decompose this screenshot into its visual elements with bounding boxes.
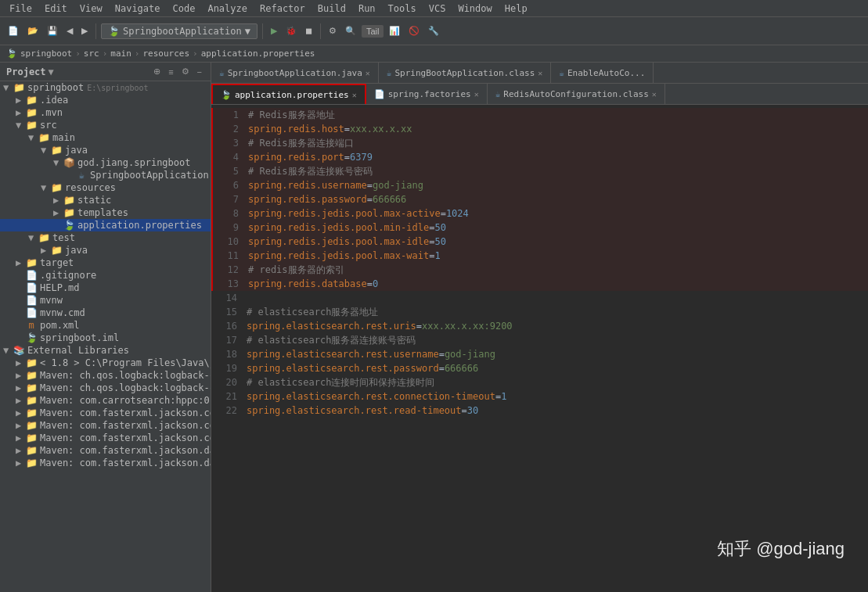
line-content[interactable]: spring.redis.username=god-jiang <box>248 178 868 192</box>
project-selector[interactable]: 🍃 SpringbootApplication ▼ <box>101 23 258 39</box>
tree-item-lib7[interactable]: ▶ 📁 Maven: com.fasterxml.jackson.datafor… <box>0 444 211 457</box>
panel-collapse-btn[interactable]: ≡ <box>166 66 175 77</box>
menu-help[interactable]: Help <box>499 2 534 16</box>
tree-item-helpmd[interactable]: ▶ 📄 HELP.md <box>0 282 211 294</box>
tree-item-lib5[interactable]: ▶ 📁 Maven: com.fasterxml.jackson.core:ja… <box>0 419 211 432</box>
tree-item-extlib[interactable]: ▼ 📚 External Libraries <box>0 344 211 357</box>
line-content[interactable]: spring.elasticsearch.rest.username=god-j… <box>247 347 868 361</box>
tab-close-5[interactable]: ✕ <box>474 90 479 99</box>
breadcrumb-resources[interactable]: resources <box>142 48 189 59</box>
line-content[interactable]: # elasticsearch服务器地址 <box>247 305 868 319</box>
tree-item-resources[interactable]: ▼ 📁 resources <box>0 181 211 194</box>
menu-code[interactable]: Code <box>167 2 202 16</box>
line-content[interactable] <box>247 291 868 305</box>
line-content[interactable]: spring.redis.jedis.pool.min-idle=50 <box>248 221 868 235</box>
tab-springbootapp-java[interactable]: ☕ SpringbootApplication.java ✕ <box>211 63 379 83</box>
back-btn[interactable]: ◀ <box>63 23 76 38</box>
panel-close-btn[interactable]: − <box>195 66 204 77</box>
tree-item-appprops[interactable]: ▶ 🍃 application.properties <box>0 219 211 231</box>
tree-item-root[interactable]: ▼ 📁 springboot E:\springboot <box>0 81 211 94</box>
extra-btn3[interactable]: 🔧 <box>425 23 442 38</box>
line-content[interactable]: spring.elasticsearch.rest.uris=xxx.xx.x.… <box>247 319 868 333</box>
tab-springfactories[interactable]: 📄 spring.factories ✕ <box>366 84 488 104</box>
tail-btn[interactable]: Tail <box>362 25 384 38</box>
tree-item-idea[interactable]: ▶ 📁 .idea <box>0 94 211 106</box>
tree-item-springbootapp[interactable]: ▶ ☕ SpringbootApplication <box>0 169 211 181</box>
save-btn[interactable]: 💾 <box>44 23 61 38</box>
breadcrumb-src[interactable]: src <box>84 48 99 59</box>
menu-tools[interactable]: Tools <box>382 2 423 16</box>
tree-item-godjiang[interactable]: ▼ 📦 god.jiang.springboot <box>0 156 211 169</box>
breadcrumb-springboot[interactable]: springboot <box>20 48 72 59</box>
tree-item-mvn[interactable]: ▶ 📁 .mvn <box>0 106 211 119</box>
debug-btn[interactable]: 🐞 <box>283 23 300 38</box>
tree-item-lib1[interactable]: ▶ 📁 Maven: ch.qos.logback:logback-classi… <box>0 369 211 382</box>
line-content[interactable]: spring.redis.port=6379 <box>248 150 868 164</box>
menu-analyze[interactable]: Analyze <box>201 2 254 16</box>
tab-close-2[interactable]: ✕ <box>538 69 542 77</box>
tab-close-1[interactable]: ✕ <box>366 69 370 77</box>
line-content[interactable]: spring.redis.host=xxx.xx.x.xx <box>248 122 868 136</box>
menu-refactor[interactable]: Refactor <box>254 2 312 16</box>
tab-appprops[interactable]: 🍃 application.properties ✕ <box>211 84 366 104</box>
settings-btn[interactable]: ⚙ <box>326 23 340 38</box>
line-content[interactable]: spring.elasticsearch.rest.connection-tim… <box>247 389 868 404</box>
tree-item-target[interactable]: ▶ 📁 target <box>0 257 211 269</box>
panel-gear-btn[interactable]: ⚙ <box>179 66 192 77</box>
line-content[interactable]: # Redis服务器地址 <box>248 108 868 122</box>
line-content[interactable]: # Redis服务器连接账号密码 <box>248 164 868 178</box>
extra-btn2[interactable]: 🚫 <box>405 23 423 38</box>
run-stop-btn[interactable]: ◼ <box>302 23 315 38</box>
tree-item-pomxml[interactable]: ▶ m pom.xml <box>0 319 211 332</box>
search-btn[interactable]: 🔍 <box>342 23 359 38</box>
extra-btn1[interactable]: 📊 <box>386 23 403 38</box>
tree-item-java[interactable]: ▼ 📁 java <box>0 144 211 156</box>
line-content[interactable]: # Redis服务器连接端口 <box>248 136 868 150</box>
tree-item-mvnwcmd[interactable]: ▶ 📄 mvnw.cmd <box>0 307 211 319</box>
line-content[interactable]: spring.redis.jedis.pool.max-wait=1 <box>248 249 868 263</box>
line-content[interactable]: spring.elasticsearch.rest.password=66666… <box>247 361 868 375</box>
tab-redisautoconfig[interactable]: ☕ RedisAutoConfiguration.class ✕ <box>488 84 665 104</box>
tree-item-lib8[interactable]: ▶ 📁 Maven: com.fasterxml.jackson.datafor… <box>0 457 211 469</box>
tree-item-mvnw[interactable]: ▶ 📄 mvnw <box>0 294 211 307</box>
menu-run[interactable]: Run <box>352 2 382 16</box>
tab-close-6[interactable]: ✕ <box>652 90 657 99</box>
tree-item-lib6[interactable]: ▶ 📁 Maven: com.fasterxml.jackson.core:ja… <box>0 432 211 444</box>
forward-btn[interactable]: ▶ <box>78 23 91 38</box>
menu-window[interactable]: Window <box>452 2 498 16</box>
menu-navigate[interactable]: Navigate <box>109 2 167 16</box>
line-content[interactable]: # elasticsearch连接时间和保持连接时间 <box>247 375 868 389</box>
tree-item-lib4[interactable]: ▶ 📁 Maven: com.fasterxml.jackson.core:ja… <box>0 407 211 419</box>
code-editor[interactable]: 1# Redis服务器地址2spring.redis.host=xxx.xx.x… <box>211 105 868 592</box>
run-btn[interactable]: ▶ <box>268 23 280 38</box>
menu-build[interactable]: Build <box>312 2 352 16</box>
menu-file[interactable]: File <box>3 2 38 16</box>
tab-enableautoconfig[interactable]: ☕ EnableAutoCo... <box>551 63 654 83</box>
tree-item-main[interactable]: ▼ 📁 main <box>0 131 211 144</box>
tree-item-jdk[interactable]: ▶ 📁 < 1.8 > C:\Program Files\Java\jdk1.8… <box>0 357 211 369</box>
line-content[interactable]: spring.redis.password=666666 <box>248 192 868 206</box>
tree-item-testjava[interactable]: ▶ 📁 java <box>0 244 211 257</box>
tree-item-lib2[interactable]: ▶ 📁 Maven: ch.qos.logback:logback-core:1… <box>0 382 211 394</box>
line-content[interactable]: # elasticsearch服务器连接账号密码 <box>247 333 868 347</box>
tree-item-springbootiml[interactable]: ▶ 🍃 springboot.iml <box>0 332 211 344</box>
line-content[interactable]: spring.elasticsearch.rest.read-timeout=3… <box>247 404 868 418</box>
menu-view[interactable]: View <box>74 2 109 16</box>
panel-locate-btn[interactable]: ⊕ <box>151 66 163 77</box>
tree-item-src[interactable]: ▼ 📁 src <box>0 119 211 131</box>
open-btn[interactable]: 📂 <box>24 23 41 38</box>
tree-item-static[interactable]: ▶ 📁 static <box>0 194 211 206</box>
line-content[interactable]: # redis服务器的索引 <box>248 263 868 277</box>
breadcrumb-main[interactable]: main <box>110 48 131 59</box>
tree-item-lib3[interactable]: ▶ 📁 Maven: com.carrotsearch:hppc:0.8.1 <box>0 394 211 407</box>
menu-vcs[interactable]: VCS <box>423 2 452 16</box>
breadcrumb-appprops[interactable]: application.properties <box>201 48 315 59</box>
new-file-btn[interactable]: 📄 <box>5 23 22 38</box>
line-content[interactable]: spring.redis.database=0 <box>248 277 868 291</box>
menu-edit[interactable]: Edit <box>38 2 74 16</box>
tree-item-templates[interactable]: ▶ 📁 templates <box>0 206 211 219</box>
tree-item-gitignore[interactable]: ▶ 📄 .gitignore <box>0 269 211 282</box>
line-content[interactable]: spring.redis.jedis.pool.max-idle=50 <box>248 235 868 249</box>
tab-springbootapp-class[interactable]: ☕ SpringBootApplication.class ✕ <box>379 63 551 83</box>
tab-close-4[interactable]: ✕ <box>352 91 357 99</box>
